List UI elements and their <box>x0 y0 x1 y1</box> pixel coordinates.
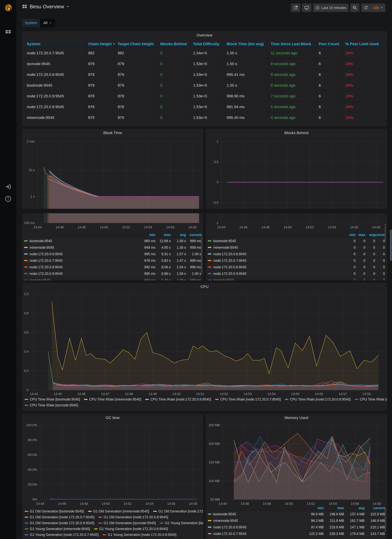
legend-sort-avg[interactable]: avg <box>365 233 375 237</box>
page-scrollbar-thumb[interactable] <box>390 230 392 261</box>
series-color-swatch[interactable] <box>25 523 28 524</box>
series-color-swatch[interactable] <box>355 399 358 400</box>
panel-title[interactable]: Block Time <box>22 131 203 135</box>
series-color-swatch[interactable] <box>94 528 98 529</box>
legend-series-toggle[interactable]: G1 Young Generation [bootnode:9545] <box>160 521 204 525</box>
legend-series-toggle[interactable]: G1 Young Generation [node:172.20.0.7:954… <box>25 533 99 537</box>
series-color-swatch[interactable] <box>208 253 211 255</box>
legend-series-name[interactable]: rpcnode:9545 <box>213 278 234 281</box>
legend-sort-max[interactable]: max <box>324 506 344 510</box>
legend-series-toggle[interactable]: G1 Old Generation [node:172.20.0.7:9545] <box>25 515 94 519</box>
zoom-out-button[interactable] <box>350 4 359 12</box>
legend-series-toggle[interactable]: CPU Time IRate [node:172.20.0.8:9545] <box>285 397 351 401</box>
legend-series-toggle[interactable]: node:172.20.0.9:9545 <box>24 272 140 276</box>
series-color-swatch[interactable] <box>208 240 211 241</box>
block-time-chart[interactable]: 2 min10 s1 s100 ms14:4414:4614:4814:5014… <box>24 136 201 232</box>
legend-series-name[interactable]: node:172.20.0.8:9545 <box>213 538 246 539</box>
series-color-swatch[interactable] <box>160 523 163 524</box>
legend-series-name[interactable]: node:172.20.0.6:9545 <box>213 525 246 529</box>
legend-series-toggle[interactable]: CPU Time IRate [rpcnode:9545] <box>25 403 78 407</box>
legend-series-name[interactable]: node:172.20.0.7:9545 <box>213 532 246 536</box>
series-color-swatch[interactable] <box>25 405 28 406</box>
series-color-swatch[interactable] <box>24 273 28 274</box>
legend-sort-avg[interactable]: avg <box>171 233 186 237</box>
series-color-swatch[interactable] <box>103 534 106 535</box>
panel-title[interactable]: GC time <box>22 416 203 420</box>
share-button[interactable] <box>291 4 300 12</box>
series-color-swatch[interactable] <box>215 399 219 400</box>
refresh-button[interactable] <box>361 4 370 12</box>
legend-series-toggle[interactable]: bootnode:9545 <box>24 239 140 243</box>
help-icon[interactable]: ? <box>5 196 11 203</box>
dashboards-icon[interactable] <box>5 29 11 36</box>
legend-series-name[interactable]: minernode:9545 <box>29 245 54 250</box>
legend-series-toggle[interactable]: minernode:9545 <box>208 245 346 250</box>
legend-sort-current[interactable]: current <box>186 233 201 237</box>
series-color-swatch[interactable] <box>25 534 28 535</box>
variable-value-dropdown[interactable]: All <box>40 19 55 27</box>
legend-series-toggle[interactable]: node:172.20.0.8:9545 <box>24 265 140 269</box>
series-color-swatch[interactable] <box>24 266 28 268</box>
legend-series-name[interactable]: node:172.20.0.6:9545 <box>29 252 63 256</box>
column-header[interactable]: Target Chain Height <box>115 40 158 48</box>
legend-series-toggle[interactable]: G1 Old Generation [minernode:9545] <box>88 509 149 513</box>
legend-series-toggle[interactable]: G1 Young Generation [node:172.20.0.8:954… <box>103 533 177 537</box>
legend-series-toggle[interactable]: minernode:9545 <box>24 245 140 250</box>
cpu-chart[interactable]: 1.00.80.60.40.2014:4414:4514:4614:4714:4… <box>24 290 385 398</box>
column-header[interactable]: Total Difficulty <box>191 40 224 48</box>
legend-series-toggle[interactable]: node:172.20.0.6:9545 <box>208 252 346 256</box>
series-color-swatch[interactable] <box>208 527 211 528</box>
series-color-swatch[interactable] <box>145 399 149 400</box>
legend-series-toggle[interactable]: G1 Old Generation [node:172.20.0.6:9545] <box>153 509 204 513</box>
legend-sort-max[interactable]: max <box>155 233 171 237</box>
series-color-swatch[interactable] <box>25 528 28 529</box>
series-color-swatch[interactable] <box>25 517 28 518</box>
series-color-swatch[interactable] <box>24 279 28 280</box>
legend-series-toggle[interactable]: bootnode:9545 <box>208 512 303 516</box>
legend-series-name[interactable]: bootnode:9545 <box>213 512 236 516</box>
scrollbar-thumb[interactable] <box>201 234 202 273</box>
legend-series-name[interactable]: bootnode:9545 <box>213 239 236 243</box>
legend-series-name[interactable]: node:172.20.0.8:9545 <box>29 265 63 269</box>
series-color-swatch[interactable] <box>88 511 92 512</box>
series-color-swatch[interactable] <box>98 523 102 524</box>
legend-series-toggle[interactable]: G1 Old Generation [bootnode:9545] <box>25 509 84 513</box>
column-header[interactable]: Chain Height <box>86 40 115 48</box>
refresh-interval-dropdown[interactable]: 10s <box>370 4 385 12</box>
legend-series-toggle[interactable]: node:172.20.0.8:9545 <box>208 538 303 539</box>
series-color-swatch[interactable] <box>25 399 28 400</box>
series-color-swatch[interactable] <box>24 240 28 241</box>
series-color-swatch[interactable] <box>208 260 211 261</box>
series-color-swatch[interactable] <box>98 517 102 518</box>
dashboard-title-dropdown[interactable]: Besu Overview <box>22 4 69 10</box>
series-color-swatch[interactable] <box>208 520 211 521</box>
series-color-swatch[interactable] <box>153 511 157 512</box>
series-color-swatch[interactable] <box>208 533 211 534</box>
legend-series-name[interactable]: minernode:9545 <box>213 519 238 523</box>
legend-series-toggle[interactable]: node:172.20.0.6:9545 <box>24 252 140 256</box>
legend-series-name[interactable]: node:172.20.0.9:9545 <box>213 272 246 276</box>
legend-series-toggle[interactable]: node:172.20.0.7:9545 <box>208 532 303 536</box>
time-range-picker[interactable]: Last 15 minutes <box>313 4 349 12</box>
column-header[interactable]: System <box>24 40 86 48</box>
scrollbar-thumb[interactable] <box>385 223 386 242</box>
series-color-swatch[interactable] <box>24 247 28 248</box>
legend-series-toggle[interactable]: node:172.20.0.7:9545 <box>24 259 140 263</box>
column-header[interactable]: % Peer Limit Used <box>343 40 385 48</box>
legend-series-name[interactable]: minernode:9545 <box>213 245 238 250</box>
legend-series-name[interactable]: node:172.20.0.7:9545 <box>29 259 63 263</box>
panel-title[interactable]: CPU <box>22 285 387 289</box>
column-header[interactable]: Blocks Behind <box>158 40 191 48</box>
legend-series-name[interactable]: node:172.20.0.6:9545 <box>213 252 246 256</box>
column-header[interactable]: Block Time (5m avg) <box>224 40 268 48</box>
panel-title[interactable]: Overview <box>22 33 387 38</box>
memory-chart[interactable]: 250 MB200 MB150 MB100 MB50 MB14:4414:461… <box>208 421 385 508</box>
series-color-swatch[interactable] <box>208 279 211 280</box>
legend-series-toggle[interactable]: node:172.20.0.9:9545 <box>208 272 346 276</box>
series-color-swatch[interactable] <box>208 273 211 274</box>
legend-series-name[interactable]: bootnode:9545 <box>29 239 52 243</box>
refresh-picker[interactable]: 10s <box>361 4 385 12</box>
legend-sort-min[interactable]: min <box>303 506 324 510</box>
panel-title[interactable]: Blocks Behind <box>206 131 387 135</box>
series-color-swatch[interactable] <box>208 514 211 515</box>
